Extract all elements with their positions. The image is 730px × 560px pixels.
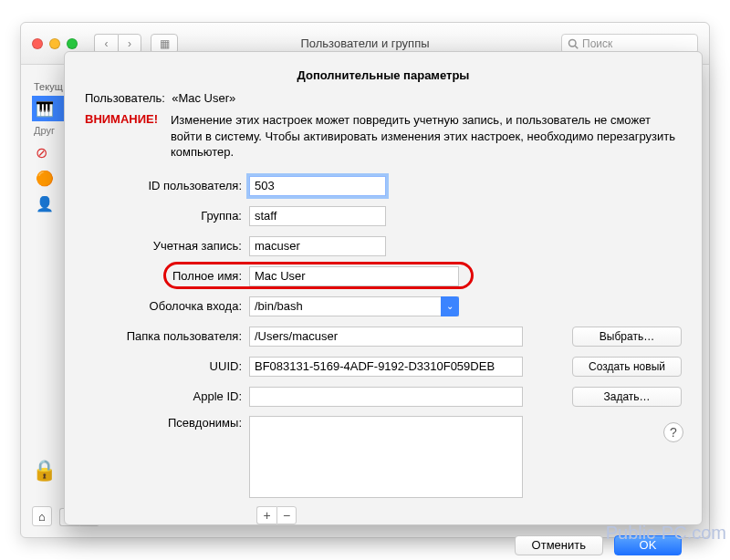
warning-text: Изменение этих настроек может повредить …: [171, 112, 682, 161]
uuid-field[interactable]: [249, 357, 523, 377]
label-home-dir: Папка пользователя:: [85, 329, 249, 343]
login-shell-select[interactable]: ⌄: [249, 296, 459, 316]
user-id-field[interactable]: [249, 176, 386, 196]
label-uuid: UUID:: [85, 359, 249, 373]
form: ID пользователя: Группа: Учетная запись:…: [85, 175, 682, 524]
cancel-button[interactable]: Отменить: [515, 535, 603, 555]
user-icon: 🟠: [36, 170, 54, 187]
lock-icon[interactable]: 🔒: [32, 459, 57, 482]
zoom-icon[interactable]: [67, 38, 78, 49]
group-field[interactable]: [249, 206, 386, 226]
minimize-icon[interactable]: [49, 38, 60, 49]
label-aliases: Псевдонимы:: [85, 416, 249, 430]
label-full-name: Полное имя:: [85, 269, 249, 283]
add-alias-button[interactable]: +: [256, 506, 276, 524]
help-button[interactable]: ?: [663, 422, 683, 442]
create-new-uuid-button[interactable]: Создать новый: [572, 357, 682, 377]
login-options-button[interactable]: ⌂: [32, 506, 52, 526]
label-user-id: ID пользователя:: [85, 179, 249, 192]
search-placeholder: Поиск: [582, 37, 612, 50]
label-apple-id: Apple ID:: [85, 389, 249, 403]
user-off-icon: ⊘: [36, 144, 47, 161]
alias-add-remove: + −: [256, 506, 682, 524]
traffic-lights[interactable]: [32, 38, 78, 49]
full-name-field[interactable]: [249, 266, 459, 286]
sheet-title: Дополнительные параметры: [85, 68, 682, 82]
label-account: Учетная запись:: [85, 239, 249, 253]
warning-label: ВНИМАНИЕ!: [85, 112, 163, 161]
grid-icon: ▦: [160, 37, 170, 50]
warning-block: ВНИМАНИЕ! Изменение этих настроек может …: [85, 112, 682, 161]
home-icon: ⌂: [38, 510, 46, 524]
choose-home-button[interactable]: Выбрать…: [572, 327, 682, 347]
guest-icon: 👤: [36, 195, 54, 213]
login-shell-field[interactable]: [249, 296, 459, 316]
user-line: Пользователь: «Mac User»: [85, 91, 682, 105]
svg-line-1: [575, 46, 578, 48]
aliases-list[interactable]: [249, 416, 523, 498]
user-prefix: Пользователь:: [85, 91, 165, 105]
advanced-options-sheet: Дополнительные параметры Пользователь: «…: [64, 51, 703, 525]
remove-alias-button[interactable]: −: [276, 506, 297, 524]
apple-id-field[interactable]: [249, 387, 523, 407]
close-icon[interactable]: [32, 38, 43, 49]
window-title: Пользователи и группы: [300, 36, 429, 50]
user-name: «Mac User»: [172, 91, 235, 105]
ok-button[interactable]: OK: [614, 535, 682, 555]
home-dir-field[interactable]: [249, 327, 523, 347]
chevron-down-icon: ⌄: [441, 296, 459, 316]
svg-point-0: [569, 39, 577, 47]
label-login-shell: Оболочка входа:: [85, 299, 249, 313]
search-icon: [568, 38, 579, 49]
sheet-footer: Отменить OK: [85, 524, 682, 555]
account-field[interactable]: [249, 236, 386, 256]
user-icon: 🎹: [36, 100, 54, 118]
set-apple-id-button[interactable]: Задать…: [572, 387, 682, 407]
label-group: Группа:: [85, 209, 249, 223]
